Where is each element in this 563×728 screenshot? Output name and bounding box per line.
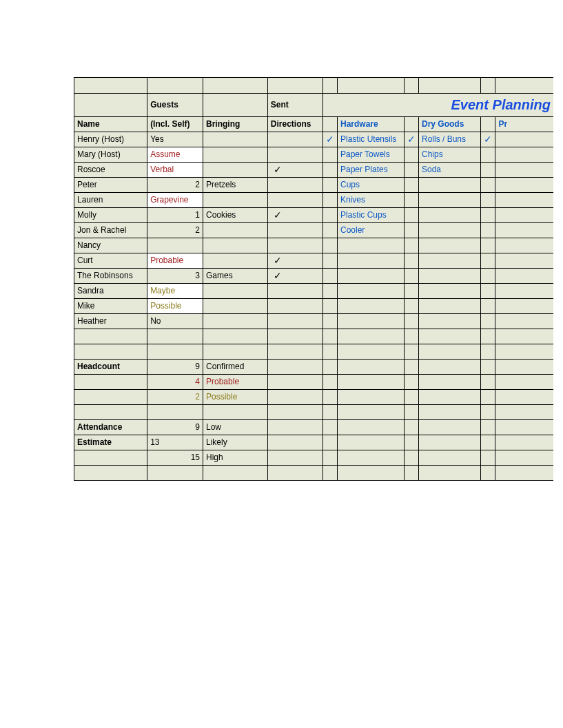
cell[interactable] <box>405 116 419 132</box>
cell[interactable] <box>495 329 553 344</box>
cell[interactable] <box>495 192 553 207</box>
cell[interactable] <box>405 435 419 450</box>
cell[interactable] <box>147 329 203 344</box>
guest-bringing[interactable] <box>203 283 268 298</box>
guest-name[interactable]: Heather <box>74 313 147 329</box>
cell[interactable] <box>419 450 481 465</box>
cell[interactable] <box>74 465 147 480</box>
cell[interactable] <box>267 419 323 435</box>
dg-item[interactable]: Soda <box>419 162 481 177</box>
guest-name[interactable]: Curt <box>74 253 147 268</box>
cell[interactable] <box>267 389 323 404</box>
dg-check[interactable] <box>405 147 419 162</box>
cell[interactable] <box>405 419 419 435</box>
guest-dir[interactable] <box>267 132 323 147</box>
guest-incl[interactable]: Grapevine <box>147 192 203 207</box>
dg-item[interactable] <box>419 268 481 283</box>
cell[interactable] <box>495 78 553 93</box>
cell[interactable] <box>74 78 147 93</box>
hw-item[interactable] <box>337 313 404 329</box>
cell[interactable] <box>203 93 268 116</box>
cell[interactable] <box>337 344 404 359</box>
hw-check[interactable] <box>323 238 337 253</box>
guest-name[interactable]: Mike <box>74 298 147 313</box>
cell[interactable] <box>267 344 323 359</box>
cell[interactable] <box>495 207 553 222</box>
hw-item[interactable]: Cups <box>337 177 404 192</box>
pr-check[interactable] <box>481 313 495 329</box>
cell[interactable] <box>495 359 553 374</box>
guest-name[interactable]: Nancy <box>74 238 147 253</box>
cell[interactable] <box>495 389 553 404</box>
guest-incl[interactable]: Maybe <box>147 283 203 298</box>
cell[interactable] <box>405 374 419 389</box>
cell[interactable] <box>495 374 553 389</box>
guest-dir[interactable] <box>267 283 323 298</box>
cell[interactable] <box>495 435 553 450</box>
pr-check[interactable] <box>481 177 495 192</box>
guest-dir[interactable] <box>267 298 323 313</box>
dg-item[interactable] <box>419 298 481 313</box>
hw-item[interactable]: Plastic Cups <box>337 207 404 222</box>
cell[interactable] <box>337 374 404 389</box>
cell[interactable] <box>419 344 481 359</box>
hw-check[interactable] <box>323 177 337 192</box>
guest-name[interactable]: Roscoe <box>74 162 147 177</box>
dg-item[interactable] <box>419 207 481 222</box>
guest-incl[interactable]: Yes <box>147 132 203 147</box>
cell[interactable] <box>481 116 495 132</box>
cell[interactable] <box>419 329 481 344</box>
pr-check[interactable] <box>481 268 495 283</box>
hw-check[interactable] <box>323 298 337 313</box>
guest-dir[interactable]: ✓ <box>267 162 323 177</box>
cell[interactable] <box>337 435 404 450</box>
pr-check[interactable]: ✓ <box>481 132 495 147</box>
hw-check[interactable] <box>323 207 337 222</box>
cell[interactable] <box>267 404 323 419</box>
hw-check[interactable]: ✓ <box>323 132 337 147</box>
cell[interactable] <box>147 344 203 359</box>
hw-check[interactable] <box>323 147 337 162</box>
guest-name[interactable]: Peter <box>74 177 147 192</box>
cell[interactable] <box>495 222 553 238</box>
guest-name[interactable]: Mary (Host) <box>74 147 147 162</box>
guest-dir[interactable]: ✓ <box>267 253 323 268</box>
cell[interactable] <box>481 435 495 450</box>
cell[interactable] <box>74 93 147 116</box>
cell[interactable] <box>74 329 147 344</box>
guest-incl[interactable]: Possible <box>147 298 203 313</box>
cell[interactable] <box>481 450 495 465</box>
guest-dir[interactable]: ✓ <box>267 268 323 283</box>
guest-incl[interactable]: 3 <box>147 268 203 283</box>
guest-bringing[interactable] <box>203 147 268 162</box>
guest-dir[interactable]: ✓ <box>267 207 323 222</box>
dg-check[interactable]: ✓ <box>405 132 419 147</box>
pr-check[interactable] <box>481 222 495 238</box>
dg-item[interactable] <box>419 222 481 238</box>
guest-incl[interactable]: No <box>147 313 203 329</box>
guest-dir[interactable] <box>267 313 323 329</box>
cell[interactable] <box>267 329 323 344</box>
hw-check[interactable] <box>323 268 337 283</box>
hw-check[interactable] <box>323 283 337 298</box>
guest-bringing[interactable] <box>203 192 268 207</box>
pr-check[interactable] <box>481 298 495 313</box>
hw-item[interactable] <box>337 283 404 298</box>
cell[interactable] <box>495 147 553 162</box>
cell[interactable] <box>419 359 481 374</box>
cell[interactable] <box>495 404 553 419</box>
cell[interactable] <box>419 389 481 404</box>
cell[interactable] <box>405 78 419 93</box>
hw-check[interactable] <box>323 222 337 238</box>
dg-check[interactable] <box>405 313 419 329</box>
cell[interactable] <box>495 253 553 268</box>
dg-check[interactable] <box>405 238 419 253</box>
pr-check[interactable] <box>481 192 495 207</box>
cell[interactable] <box>337 78 404 93</box>
cell[interactable] <box>267 450 323 465</box>
cell[interactable] <box>495 465 553 480</box>
hw-item[interactable]: Knives <box>337 192 404 207</box>
cell[interactable] <box>323 344 337 359</box>
dg-check[interactable] <box>405 253 419 268</box>
guest-incl[interactable] <box>147 238 203 253</box>
